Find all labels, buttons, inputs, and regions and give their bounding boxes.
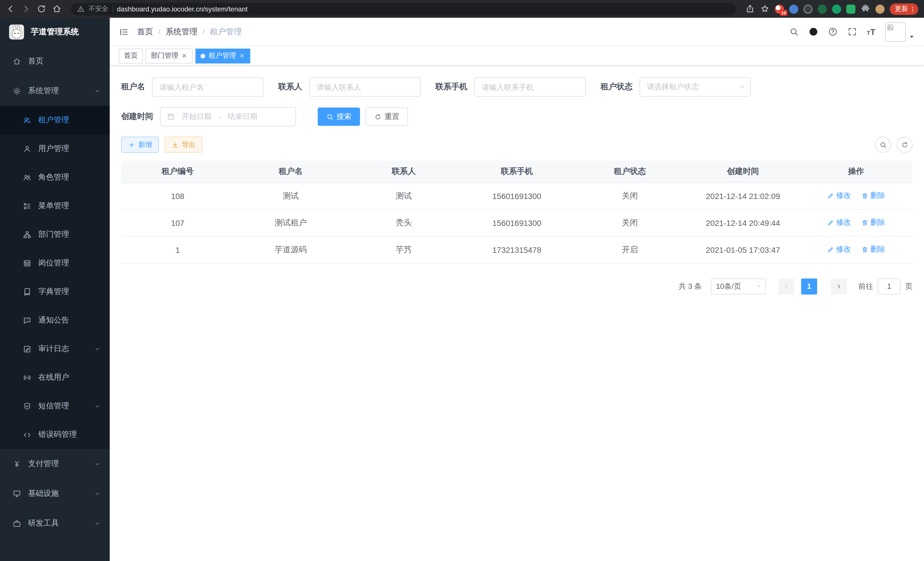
sidebar-item-dict[interactable]: 字典管理: [0, 277, 110, 306]
sidebar-item-home[interactable]: 首页: [0, 46, 110, 76]
cell-name: 测试: [234, 182, 347, 209]
delete-link[interactable]: 删除: [861, 191, 885, 201]
bookmark-star-icon[interactable]: [760, 4, 770, 14]
add-button[interactable]: 新增: [121, 137, 159, 153]
prev-page-button[interactable]: [778, 278, 794, 294]
sidebar-item-dept[interactable]: 部门管理: [0, 220, 110, 249]
next-page-button[interactable]: [831, 278, 847, 294]
chevron-down-icon: [755, 283, 762, 289]
sidebar-item-infra[interactable]: 基础设施: [0, 479, 110, 508]
active-tab-dot: [201, 53, 205, 58]
back-icon[interactable]: [6, 4, 15, 14]
edit-link[interactable]: 修改: [827, 218, 851, 228]
tab-label: 租户管理: [208, 51, 236, 61]
user-menu[interactable]: [885, 22, 915, 41]
goto-page-input[interactable]: [878, 278, 901, 294]
close-icon[interactable]: [181, 53, 188, 59]
monitor-icon: [13, 489, 21, 498]
sidebar-item-system[interactable]: 系统管理: [0, 76, 110, 106]
cell-mobile: 15601691300: [460, 182, 573, 209]
code-icon: [23, 430, 32, 439]
extension-icon-5[interactable]: [832, 4, 841, 14]
chevron-up-icon: [94, 88, 100, 94]
delete-link[interactable]: 删除: [861, 244, 885, 255]
edit-link[interactable]: 修改: [827, 244, 851, 255]
page-number-1[interactable]: 1: [801, 278, 817, 294]
cell-status: 开启: [573, 236, 687, 263]
refresh-table-button[interactable]: [897, 137, 913, 153]
screen: 不安全 dashboard.yudao.iocoder.cn/system/te…: [0, 0, 924, 561]
sidebar-item-pay[interactable]: 支付管理: [0, 449, 110, 479]
github-icon[interactable]: [808, 27, 818, 37]
audit-log-icon: [23, 344, 32, 353]
page-size-value: 10条/页: [716, 281, 741, 291]
toolbox-icon: [13, 519, 21, 528]
address-bar[interactable]: 不安全 dashboard.yudao.iocoder.cn/system/te…: [71, 3, 736, 15]
extension-icon-4[interactable]: [818, 4, 827, 14]
extension-icon-1[interactable]: 10: [775, 4, 784, 14]
extensions-puzzle-icon[interactable]: [861, 4, 870, 14]
browser-profile-avatar[interactable]: [875, 4, 885, 14]
menu-icon: [23, 202, 32, 210]
sidebar-item-role[interactable]: 角色管理: [0, 163, 110, 192]
sidebar-item-label: 字典管理: [38, 287, 102, 297]
contact-input[interactable]: [309, 77, 421, 97]
sidebar-item-user[interactable]: 用户管理: [0, 134, 110, 163]
tab-home[interactable]: 首页: [119, 48, 143, 63]
home-icon[interactable]: [52, 4, 62, 14]
col-created: 创建时间: [686, 161, 800, 182]
search-icon[interactable]: [789, 27, 799, 37]
edit-link[interactable]: 修改: [827, 191, 851, 201]
extension-icon-6[interactable]: [846, 4, 855, 14]
tenant-name-input[interactable]: [152, 77, 263, 97]
extension-icon-3[interactable]: [803, 4, 813, 14]
date-range-picker[interactable]: 开始日期 - 结束日期: [160, 107, 296, 126]
forward-icon[interactable]: [21, 4, 31, 14]
extension-icon-2[interactable]: [789, 4, 798, 14]
sidebar-item-sms[interactable]: 短信管理: [0, 392, 110, 420]
mobile-input[interactable]: [474, 77, 586, 97]
breadcrumb-home[interactable]: 首页: [137, 27, 153, 37]
cell-status: 关闭: [573, 209, 687, 236]
fullscreen-icon[interactable]: [847, 27, 857, 37]
sidebar-item-devtools[interactable]: 研发工具: [0, 508, 110, 538]
sidebar-item-audit[interactable]: 审计日志: [0, 335, 110, 363]
docs-question-icon[interactable]: [828, 27, 837, 37]
tab-dept[interactable]: 部门管理: [146, 48, 193, 63]
update-label: 更新: [895, 5, 908, 13]
sidebar-toggle-icon[interactable]: [119, 27, 129, 37]
export-button[interactable]: 导出: [165, 137, 202, 153]
status-select[interactable]: 请选择租户状态: [639, 77, 751, 97]
close-icon[interactable]: [239, 53, 245, 59]
app-logo[interactable]: 芋道管理系统: [0, 18, 110, 46]
cell-actions: 修改 删除: [800, 236, 913, 263]
breadcrumb-separator: /: [202, 27, 205, 36]
reload-icon[interactable]: [37, 4, 46, 14]
notice-icon: [23, 316, 32, 325]
update-button[interactable]: 更新: [890, 3, 918, 15]
reset-button[interactable]: 重置: [366, 108, 408, 126]
home-icon: [13, 57, 21, 65]
app-title: 芋道管理系统: [31, 27, 79, 37]
breadcrumb-system[interactable]: 系统管理: [165, 27, 197, 37]
sidebar-item-notice[interactable]: 通知公告: [0, 306, 110, 335]
sidebar-item-online[interactable]: 在线用户: [0, 363, 110, 392]
sidebar-item-label: 菜单管理: [38, 201, 102, 211]
sidebar-item-tenant[interactable]: 租户管理: [0, 106, 110, 134]
fontsize-icon[interactable]: TT: [867, 27, 875, 37]
logo-rabbit-icon: [8, 23, 25, 41]
tab-tenant[interactable]: 租户管理: [195, 48, 250, 63]
sidebar-item-errcode[interactable]: 错误码管理: [0, 420, 110, 449]
sidebar-item-label: 短信管理: [38, 401, 87, 411]
show-search-button[interactable]: [875, 137, 891, 153]
status-label: 租户状态: [601, 82, 633, 92]
page-size-select[interactable]: 10条/页: [711, 278, 766, 294]
delete-link[interactable]: 删除: [861, 218, 885, 228]
sidebar-item-post[interactable]: 岗位管理: [0, 249, 110, 277]
share-icon[interactable]: [745, 4, 755, 14]
online-users-icon: [23, 373, 32, 382]
sidebar-item-menu[interactable]: 菜单管理: [0, 192, 110, 220]
post-icon: [23, 259, 32, 267]
col-tenant-id: 租户编号: [121, 161, 234, 182]
search-button[interactable]: 搜索: [318, 108, 360, 126]
